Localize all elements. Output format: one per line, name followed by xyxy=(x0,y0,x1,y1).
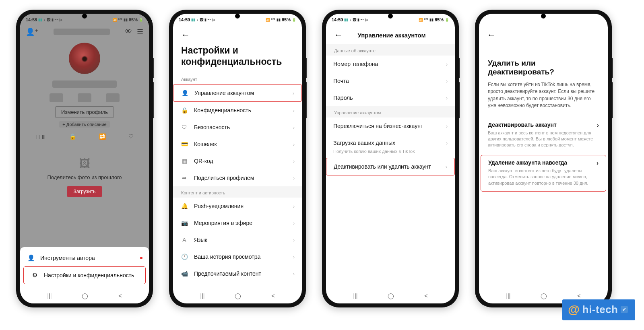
user-star-icon: 👤 xyxy=(27,254,35,262)
tab-like-icon[interactable]: ♡ xyxy=(128,133,134,140)
chevron-right-icon: › xyxy=(293,124,295,130)
section-account-label: Аккаунт xyxy=(173,73,302,84)
row-icon: 🔒 xyxy=(180,107,188,113)
sheet-settings-privacy[interactable]: ⚙ Настройки и конфиденциальность xyxy=(23,266,146,284)
list-row[interactable]: 🕘Ваша история просмотра› xyxy=(173,248,302,265)
row-label: Push-уведомления xyxy=(194,203,293,209)
row-icon: 🔔 xyxy=(180,203,188,209)
chevron-right-icon: › xyxy=(293,175,295,181)
photo-placeholder-icon: 🖼 xyxy=(79,157,90,170)
nav-back[interactable]: < xyxy=(271,293,275,299)
row-icon: ➦ xyxy=(180,175,188,181)
list-row[interactable]: ➦Поделиться профилем› xyxy=(173,169,302,186)
eye-icon[interactable]: 👁 xyxy=(125,27,132,36)
avatar[interactable]: ● xyxy=(69,43,100,74)
status-time: 14:59 xyxy=(179,17,190,22)
nav-home[interactable]: ◯ xyxy=(388,293,394,299)
row-icon: ▦ xyxy=(180,158,188,164)
nav-back[interactable]: < xyxy=(118,293,122,299)
row-label: Конфиденциальность xyxy=(194,107,293,113)
upload-button[interactable]: Загрузить xyxy=(67,186,102,197)
row-label: Кошелек xyxy=(194,141,293,147)
phone-3: 14:59 ▮▮ ↓🖼▮〰▷ 📶ᴸᵀᴱ▮▮ 85% 🔋 ← Управление… xyxy=(322,10,459,307)
list-row[interactable]: 📹Предпочитаемый контент› xyxy=(173,265,302,282)
nav-recents[interactable]: ||| xyxy=(353,293,357,299)
list-row[interactable]: 🛡Безопасность› xyxy=(173,119,302,136)
at-icon: @ xyxy=(568,303,580,316)
phone-4: ← Удалить или деактивировать? Если вы хо… xyxy=(475,10,612,307)
vk-badge: ✔ xyxy=(621,306,628,313)
row-label: Язык xyxy=(194,237,293,243)
row-subtext: Получить копию ваших данных в TikTok xyxy=(326,149,455,158)
status-battery: 85% xyxy=(435,17,444,22)
watermark-text: hi-tech xyxy=(582,303,618,316)
list-row[interactable]: Почта› xyxy=(326,72,455,89)
nav-back[interactable]: < xyxy=(577,293,580,299)
row-icon: 📷 xyxy=(180,220,188,226)
nav-recents[interactable]: ||| xyxy=(200,293,204,299)
list-row[interactable]: 📷Мероприятия в эфире› xyxy=(173,214,302,231)
list-row[interactable]: ▦QR-код› xyxy=(173,153,302,169)
list-row[interactable]: Пароль› xyxy=(326,89,455,106)
option-delete-label: Удаление аккаунта навсегда xyxy=(488,159,567,166)
list-row[interactable]: 💳Кошелек› xyxy=(173,136,302,153)
list-row[interactable]: 🔒Конфиденциальность› xyxy=(173,102,302,119)
phone-2: 14:59 ▮▮ ↓🖼▮〰▷ 📶ᴸᵀᴱ▮▮ 85% 🔋 ← Настройки … xyxy=(169,10,306,307)
tab-repost-icon[interactable]: 🔁 xyxy=(99,133,106,140)
tab-lock-icon[interactable]: 🔒 xyxy=(69,133,76,140)
section-content-label: Контент и активность xyxy=(173,186,302,198)
edit-profile-button[interactable]: Изменить профиль xyxy=(55,106,114,118)
profile-tabs: ⫼⫼ 🔒 🔁 ♡ xyxy=(20,128,149,143)
list-row[interactable]: AЯзык› xyxy=(173,231,302,248)
back-button[interactable]: ← xyxy=(179,29,192,41)
watermark: @ hi-tech ✔ xyxy=(562,299,635,320)
back-button[interactable]: ← xyxy=(485,29,498,41)
username-blur xyxy=(54,29,110,35)
nav-back[interactable]: < xyxy=(424,293,427,299)
list-row[interactable]: Номер телефона› xyxy=(326,56,455,72)
list-row[interactable]: Переключиться на бизнес-аккаунт› xyxy=(326,118,455,134)
page-title: Управление аккаунтом xyxy=(334,32,449,39)
chevron-right-icon: › xyxy=(293,141,295,147)
section-mgmt-label: Управление аккаунтом xyxy=(326,106,455,118)
list-row[interactable]: 👤Управление аккаунтом› xyxy=(173,84,302,102)
page-description: Если вы хотите уйти из TikTok лишь на вр… xyxy=(479,81,608,118)
chevron-right-icon: › xyxy=(446,78,448,84)
row-label: Номер телефона xyxy=(333,61,446,67)
nav-home[interactable]: ◯ xyxy=(82,293,88,299)
row-icon: 💳 xyxy=(180,141,188,147)
nav-recents[interactable]: ||| xyxy=(47,293,52,299)
chevron-right-icon: › xyxy=(293,237,295,243)
tab-grid-icon[interactable]: ⫼⫼ xyxy=(35,133,47,140)
chevron-right-icon: › xyxy=(293,158,295,164)
list-row[interactable]: 🔔Push-уведомления› xyxy=(173,198,302,214)
menu-icon[interactable]: ☰ xyxy=(137,27,143,36)
sheet-creator-tools[interactable]: 👤 Инструменты автора xyxy=(20,250,149,266)
profile-stats xyxy=(20,93,149,106)
add-description-button[interactable]: + Добавить описание xyxy=(59,121,109,128)
nav-home[interactable]: ◯ xyxy=(541,293,547,299)
row-label: Безопасность xyxy=(194,124,293,130)
option-delete[interactable]: Удаление аккаунта навсегда › Ваш аккаунт… xyxy=(481,155,606,192)
row-icon: A xyxy=(180,237,188,243)
option-deactivate[interactable]: Деактивировать аккаунт › Ваш аккаунт и в… xyxy=(479,118,608,153)
row-label: Почта xyxy=(333,78,446,84)
section-info-label: Данные об аккаунте xyxy=(326,44,455,56)
page-title: Удалить или деактивировать? xyxy=(479,44,608,81)
chevron-right-icon: › xyxy=(446,140,448,146)
page-title: Настройки и конфиденциальность xyxy=(173,44,302,73)
chevron-right-icon: › xyxy=(446,61,448,67)
nav-recents[interactable]: ||| xyxy=(506,293,510,299)
chevron-right-icon: › xyxy=(597,122,599,128)
chevron-right-icon: › xyxy=(446,164,447,170)
row-icon: 🛡 xyxy=(180,124,188,130)
add-user-icon[interactable]: 👤⁺ xyxy=(26,27,39,36)
chevron-right-icon: › xyxy=(446,123,448,129)
row-icon: 👤 xyxy=(181,90,189,96)
nav-home[interactable]: ◯ xyxy=(235,293,241,299)
status-time: 14:58 xyxy=(26,17,37,22)
row-label: Деактивировать или удалить аккаунт xyxy=(334,163,446,170)
list-row[interactable]: Деактивировать или удалить аккаунт› xyxy=(326,158,455,175)
row-label: QR-код xyxy=(194,158,293,164)
status-battery: 85% xyxy=(129,17,138,22)
